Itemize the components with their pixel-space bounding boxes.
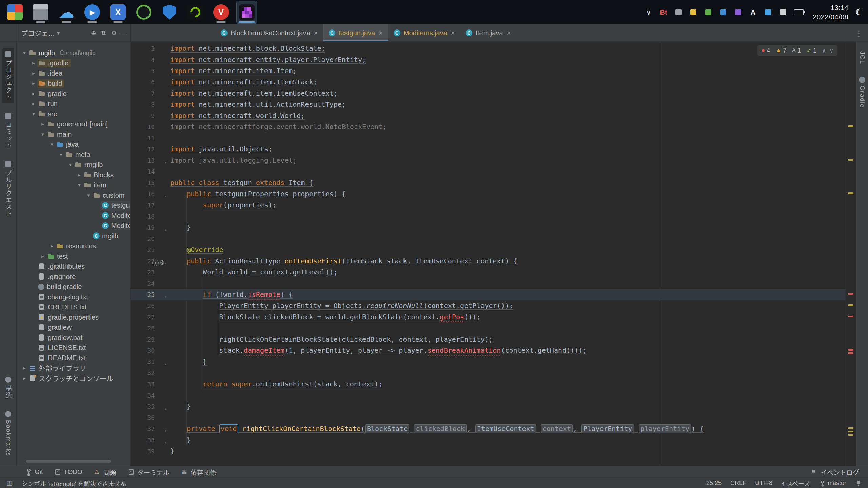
- stripe-mark[interactable]: [848, 352, 853, 354]
- fold-open-icon[interactable]: ▾: [164, 294, 167, 299]
- code-token[interactable]: ,: [573, 425, 581, 433]
- chevron-expanded-icon[interactable]: ▾: [39, 131, 46, 137]
- chevron-expanded-icon[interactable]: ▾: [57, 151, 65, 158]
- tab-Moditems.java[interactable]: CModitems.java×: [388, 24, 460, 41]
- code-token[interactable]: super: [203, 201, 223, 209]
- line-number[interactable]: 5: [131, 67, 170, 75]
- code-token[interactable]: (ItemStack stack, ItemUseContext context…: [342, 257, 517, 265]
- code-token[interactable]: rightClickOnCertainBlockState: [242, 425, 361, 433]
- code-line[interactable]: import net.minecraft.util.ActionResultTy…: [170, 99, 346, 110]
- chevron-expanded-icon[interactable]: ▾: [21, 50, 28, 56]
- code-token[interactable]: testgun(Properties properties) {: [211, 190, 346, 198]
- code-line[interactable]: @Override: [170, 244, 223, 256]
- stripe-mark[interactable]: [848, 434, 853, 436]
- fold-close-icon[interactable]: ▴: [164, 440, 167, 445]
- stripe-mark[interactable]: [848, 427, 853, 429]
- file-explorer-app[interactable]: [31, 1, 51, 23]
- tree-item-スクラッチとコンソール[interactable]: ▸スクラッチとコンソール: [17, 373, 130, 383]
- code-token[interactable]: import: [170, 78, 195, 86]
- code-token[interactable]: import: [170, 111, 195, 120]
- line-number[interactable]: 3: [131, 45, 170, 52]
- code-token[interactable]: Item {: [284, 179, 313, 187]
- line-number[interactable]: 22↑@▾: [131, 258, 170, 265]
- line-number[interactable]: 8: [131, 101, 170, 108]
- tree-item-README.txt[interactable]: README.txt: [17, 353, 130, 363]
- file-encoding[interactable]: UTF-8: [755, 480, 772, 487]
- code-line[interactable]: World world = context.getLevel();: [170, 267, 338, 278]
- line-number[interactable]: 17: [131, 202, 170, 209]
- tool-gradle[interactable]: Gradle: [857, 74, 867, 111]
- locate-file-icon[interactable]: ⊕: [91, 29, 96, 37]
- tab-Item.java[interactable]: CItem.java×: [460, 24, 516, 41]
- line-number[interactable]: 9: [131, 112, 170, 119]
- project-horizontal-scrollbar[interactable]: [26, 460, 111, 463]
- code-token[interactable]: [170, 257, 186, 265]
- code-line[interactable]: }: [170, 446, 174, 457]
- code-token[interactable]: java.util.Objects;: [195, 145, 272, 153]
- warning-count[interactable]: ▲7: [775, 47, 786, 54]
- bittorrent-tray-icon[interactable]: Bt: [659, 8, 668, 17]
- code-token[interactable]: import java.util.logging.Level;: [170, 156, 297, 164]
- line-number[interactable]: 20: [131, 235, 170, 242]
- chevron-expanded-icon[interactable]: ▾: [48, 141, 56, 147]
- chevron-expanded-icon[interactable]: ▾: [76, 182, 83, 188]
- tray-bluetooth-icon[interactable]: [719, 8, 727, 17]
- code-token[interactable]: net.minecraft.item.ItemUseContext;: [195, 89, 337, 97]
- code-line[interactable]: import net.minecraftforge.event.world.No…: [170, 121, 387, 133]
- code-line[interactable]: import net.minecraft.world.World;: [170, 110, 305, 121]
- code-token[interactable]: net.minecraft.item.Item;: [195, 67, 297, 75]
- code-token[interactable]: [170, 346, 219, 354]
- line-number[interactable]: 34: [131, 392, 170, 399]
- tree-item-CREDITS.txt[interactable]: CREDITS.txt: [17, 302, 130, 312]
- stripe-mark[interactable]: [848, 349, 853, 351]
- stripe-mark[interactable]: [848, 125, 853, 127]
- tree-item-外部ライブラリ[interactable]: ▸外部ライブラリ: [17, 363, 130, 373]
- chevron-collapsed-icon[interactable]: ▸: [30, 60, 37, 66]
- code-line[interactable]: public class testgun extends Item {: [170, 177, 313, 188]
- code-line[interactable]: import net.minecraft.item.ItemStack;: [170, 77, 317, 88]
- code-token[interactable]: BlockState clickedBlock = world.getBlock…: [219, 313, 440, 321]
- line-number[interactable]: 27: [131, 313, 170, 321]
- tray-gpu-icon[interactable]: [734, 8, 742, 17]
- code-token[interactable]: PlayerEntity: [581, 424, 634, 433]
- fold-open-icon[interactable]: ▾: [164, 261, 167, 266]
- chevron-expanded-icon[interactable]: ▾: [85, 192, 92, 198]
- tray-sync-icon[interactable]: [704, 8, 712, 17]
- code-token[interactable]: [170, 246, 186, 254]
- line-number[interactable]: 37▾: [131, 425, 170, 432]
- code-token[interactable]: [634, 425, 638, 433]
- hide-panel-icon[interactable]: ─: [122, 29, 126, 37]
- tree-item-Moditems[interactable]: CModitems: [17, 221, 130, 231]
- code-token[interactable]: context: [541, 424, 573, 433]
- line-number[interactable]: 33: [131, 381, 170, 388]
- tree-item-.gradle[interactable]: ▸.gradle: [17, 58, 130, 68]
- tree-item-ModitemG[interactable]: CModitemG: [17, 210, 130, 221]
- tool-todo[interactable]: TODO: [50, 466, 87, 478]
- code-token[interactable]: }: [203, 358, 207, 366]
- tree-item-gradlew.bat[interactable]: gradlew.bat: [17, 332, 130, 343]
- tree-item-run[interactable]: ▸run: [17, 99, 130, 109]
- line-number[interactable]: 18: [131, 213, 170, 220]
- tree-item-item[interactable]: ▾item: [17, 180, 130, 190]
- code-token[interactable]: (context.getHand()));: [501, 346, 587, 354]
- fold-open-icon[interactable]: ▾: [164, 428, 167, 433]
- line-number[interactable]: 6: [131, 79, 170, 86]
- tree-item-.idea[interactable]: ▸.idea: [17, 68, 130, 78]
- tree-item-mgilb[interactable]: Cmgilb: [17, 231, 130, 241]
- line-number[interactable]: 26: [131, 302, 170, 309]
- line-number[interactable]: 25▾: [131, 291, 170, 298]
- line-number[interactable]: 19▴: [131, 224, 170, 231]
- chevron-expanded-icon[interactable]: ▾: [66, 162, 74, 168]
- code-line[interactable]: import net.minecraft.item.Item;: [170, 65, 297, 77]
- code-token[interactable]: stack.: [219, 346, 244, 354]
- chevron-collapsed-icon[interactable]: ▸: [30, 70, 37, 76]
- caret-position[interactable]: 25:25: [706, 480, 722, 487]
- tool-event-log[interactable]: イベントログ: [809, 466, 861, 478]
- tab-options-icon[interactable]: ⋮: [854, 28, 863, 39]
- tab-testgun.java[interactable]: Ctestgun.java×: [323, 24, 388, 41]
- tree-item-gradle.properties[interactable]: gradle.properties: [17, 312, 130, 322]
- code-token[interactable]: extends: [256, 179, 284, 187]
- media-player-app[interactable]: ▶: [82, 1, 102, 23]
- code-token[interactable]: net.minecraft.entity.player.PlayerEntity…: [195, 56, 366, 64]
- tree-item-build[interactable]: ▸build: [17, 78, 130, 88]
